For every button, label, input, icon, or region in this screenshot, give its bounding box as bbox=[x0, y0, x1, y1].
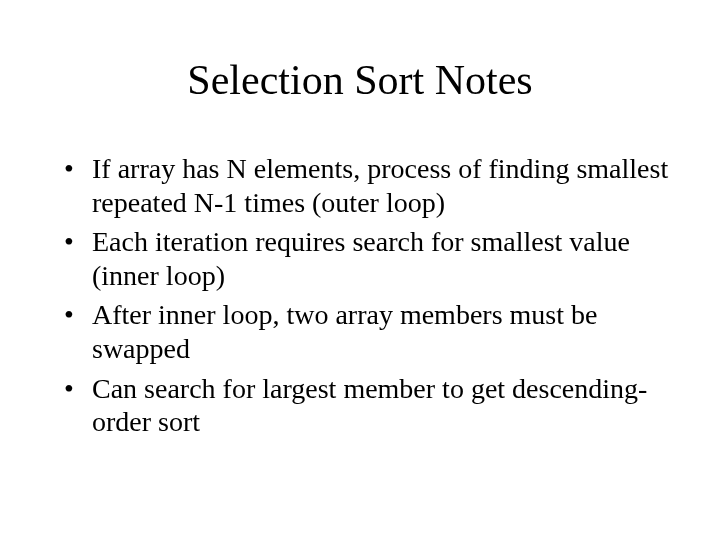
slide-title: Selection Sort Notes bbox=[50, 56, 670, 104]
list-item: Can search for largest member to get des… bbox=[60, 372, 670, 439]
list-item: Each iteration requires search for small… bbox=[60, 225, 670, 292]
list-item: If array has N elements, process of find… bbox=[60, 152, 670, 219]
bullet-list: If array has N elements, process of find… bbox=[60, 152, 670, 439]
slide: Selection Sort Notes If array has N elem… bbox=[0, 0, 720, 540]
list-item: After inner loop, two array members must… bbox=[60, 298, 670, 365]
